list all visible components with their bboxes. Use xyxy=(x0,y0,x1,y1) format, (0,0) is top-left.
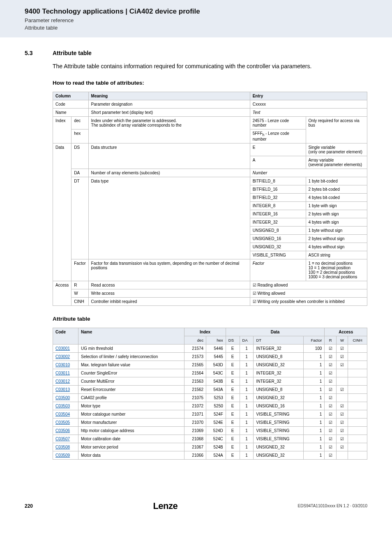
table-row: C03507Motor calibration date21068524CE1V… xyxy=(53,435,367,443)
table-row: C03011Counter SingleError21564543CE1INTE… xyxy=(53,369,367,377)
table-cell: Factor for data transmission via bus sys… xyxy=(88,259,250,281)
table-cell: ☑ xyxy=(325,393,336,402)
table-cell: 1 xyxy=(240,418,254,426)
table-cell: Code xyxy=(53,100,89,108)
t1-h-column: Column xyxy=(53,92,89,100)
table-cell: UNSIGNED_8 xyxy=(254,385,303,393)
table-cell xyxy=(336,451,348,459)
table-cell: UNSIGNED_32 xyxy=(254,443,303,451)
table-cell: Controller inhibit required xyxy=(88,297,250,305)
table-cell: 1 xyxy=(303,393,325,402)
t2-h-name: Name xyxy=(78,328,184,344)
t2-h-index: Index xyxy=(184,328,226,336)
table-cell: 4 bytes with sign xyxy=(306,218,367,226)
table-cell: ☑ xyxy=(336,385,348,393)
code-link-cell[interactable]: C03500 xyxy=(53,393,78,402)
table-cell: Short parameter text (display text) xyxy=(88,108,250,116)
code-link-cell[interactable]: C03012 xyxy=(53,377,78,385)
table-cell: Motor type xyxy=(78,402,184,410)
table-cell: 21067 xyxy=(184,443,206,451)
table-cell: Counter SingleError xyxy=(78,369,184,377)
code-link-cell[interactable]: C03011 xyxy=(53,369,78,377)
code-link-cell[interactable]: C03508 xyxy=(53,443,78,451)
table-row: C03506http motor catalogue address210695… xyxy=(53,426,367,435)
table-cell: R xyxy=(71,281,88,289)
table-cell: Access xyxy=(53,281,71,305)
table-row: NameShort parameter text (display text)T… xyxy=(53,108,367,116)
table-cell: 5250 xyxy=(206,402,226,410)
t1-h-meaning: Meaning xyxy=(88,92,250,100)
table-cell: 524A xyxy=(206,451,226,459)
table-cell: VISIBLE_STRING xyxy=(254,426,303,435)
code-link-cell[interactable]: C03509 xyxy=(53,451,78,459)
table-cell: 1 xyxy=(240,410,254,418)
table-cell: Max. telegram failure value xyxy=(78,361,184,369)
table-cell: Cxxxxx xyxy=(250,100,367,108)
table-cell: UNSIGNED_32 xyxy=(250,243,306,251)
doc-sub2: Attribute table xyxy=(25,24,376,32)
table-cell: ☑ xyxy=(336,426,348,435)
table-cell: Read access xyxy=(88,281,250,289)
table-cell: UNSIGNED_32 xyxy=(254,393,303,402)
table-cell: 1 xyxy=(240,385,254,393)
table-cell: 1 xyxy=(303,418,325,426)
t2-sh-ds: DS xyxy=(226,336,240,344)
table-cell: BITFIELD_32 xyxy=(250,193,306,201)
table-cell: 1 xyxy=(303,369,325,377)
table-cell: 21563 xyxy=(184,377,206,385)
table-cell: 524E xyxy=(206,418,226,426)
code-link-cell[interactable]: C03503 xyxy=(53,402,78,410)
table-cell: 1 xyxy=(303,451,325,459)
table-cell: ☑ xyxy=(336,418,348,426)
code-link-cell[interactable]: C03010 xyxy=(53,361,78,369)
table-cell: 1 xyxy=(240,377,254,385)
table-cell: E xyxy=(226,393,240,402)
code-link-cell[interactable]: C03506 xyxy=(53,426,78,435)
code-link-cell[interactable]: C03504 xyxy=(53,410,78,418)
table-row: C03500CiA402 profile210755253E1UNSIGNED_… xyxy=(53,393,367,402)
section-title: Attribute table xyxy=(53,50,92,56)
t2-sh-hex: hex xyxy=(206,336,226,344)
table-cell xyxy=(348,451,367,459)
table-cell: 21565 xyxy=(184,361,206,369)
table-cell: 2 bytes bit-coded xyxy=(306,185,367,193)
t1-h-entry: Entry xyxy=(250,92,367,100)
code-link-cell[interactable]: C03001 xyxy=(53,344,78,352)
t2-h-code: Code xyxy=(53,328,78,344)
code-link-cell[interactable]: C03013 xyxy=(53,385,78,393)
table-cell: A xyxy=(250,156,306,169)
table-cell: 2 bytes without sign xyxy=(306,234,367,243)
table-cell: 1 xyxy=(240,435,254,443)
table-cell: Motor data xyxy=(78,451,184,459)
table-cell: Write access xyxy=(88,289,250,297)
table-cell: E xyxy=(226,426,240,435)
table-cell: ☑ xyxy=(325,443,336,451)
table-cell: Index under which the parameter is addre… xyxy=(88,116,250,143)
table-row: DANumber of array elements (subcodes)Num… xyxy=(53,169,367,177)
table-cell: 1 xyxy=(303,377,325,385)
table-row: WWrite access☑ Writing allowed xyxy=(53,289,367,297)
table-cell: ☑ xyxy=(325,426,336,435)
table-cell: 1 xyxy=(240,451,254,459)
t2-sh-w: W xyxy=(336,336,348,344)
table-cell: 1 xyxy=(303,385,325,393)
table-cell: 543B xyxy=(206,377,226,385)
page-number: 220 xyxy=(25,503,33,509)
table-cell: ☑ xyxy=(336,361,348,369)
table-row: CINHController inhibit required☑ Writing… xyxy=(53,297,367,305)
doc-title: 9400 Technology applications | CiA402 de… xyxy=(25,7,376,16)
table-cell: Array variable(several parameter element… xyxy=(306,156,367,169)
table-cell: 1 xyxy=(303,402,325,410)
code-link-cell[interactable]: C03507 xyxy=(53,435,78,443)
code-link-cell[interactable]: C03002 xyxy=(53,352,78,361)
table-cell: 524B xyxy=(206,443,226,451)
table-cell: Factor xyxy=(250,259,306,281)
table-cell xyxy=(336,369,348,377)
brand-logo: Lenze xyxy=(153,501,178,511)
table-cell: ☑ xyxy=(325,418,336,426)
section-row: 5.3 Attribute table xyxy=(25,50,367,56)
code-link-cell[interactable]: C03505 xyxy=(53,418,78,426)
table-cell: 1 byte with sign xyxy=(306,201,367,210)
table-cell: 1 xyxy=(303,443,325,451)
table-cell: ☑ xyxy=(336,410,348,418)
